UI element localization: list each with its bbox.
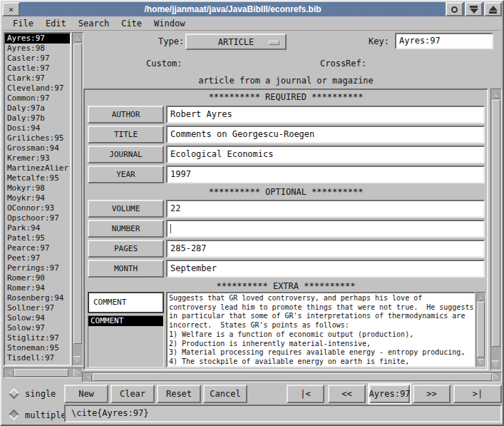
reset-button[interactable]: Reset bbox=[157, 385, 201, 403]
scrollbar-thumb[interactable] bbox=[492, 100, 500, 347]
list-item[interactable]: Tisdell:97 bbox=[5, 353, 70, 363]
first-entry-button[interactable]: |< bbox=[287, 385, 324, 403]
author-input[interactable]: Robert Ayres bbox=[166, 106, 485, 123]
list-item[interactable]: MartinezAlier:9 bbox=[5, 163, 70, 173]
maximize-button[interactable] bbox=[484, 2, 502, 16]
close-button[interactable]: ✕ bbox=[2, 2, 20, 16]
scroll-left-icon[interactable] bbox=[5, 369, 14, 377]
volume-input[interactable]: 22 bbox=[166, 200, 485, 218]
next-entry-button[interactable]: >> bbox=[413, 385, 451, 403]
year-input[interactable]: 1997 bbox=[166, 166, 485, 183]
list-item[interactable]: Stoneman:95 bbox=[5, 343, 70, 353]
list-item[interactable]: Pearce:97 bbox=[5, 243, 70, 253]
pages-input[interactable]: 285-287 bbox=[166, 240, 485, 258]
list-item[interactable]: OConnor:93 bbox=[5, 203, 70, 213]
scrollbar-thumb[interactable] bbox=[477, 302, 485, 357]
menu-button[interactable] bbox=[446, 2, 463, 16]
current-entry-button[interactable]: Ayres:97 bbox=[369, 385, 410, 403]
extra-field-name-input[interactable]: COMMENT bbox=[88, 292, 164, 313]
list-item[interactable]: Peet:97 bbox=[5, 253, 70, 263]
list-item[interactable]: Stiglitz:97 bbox=[5, 333, 70, 343]
clear-button[interactable]: Clear bbox=[110, 385, 155, 403]
app-window: ✕ /home/jjanmaat/java/JavaBibIII/econref… bbox=[0, 0, 504, 426]
menu-cite[interactable]: Cite bbox=[121, 19, 142, 29]
list-item[interactable]: Perrings:97 bbox=[5, 263, 70, 273]
prev-entry-button[interactable]: << bbox=[328, 385, 366, 403]
list-item[interactable]: Opschoor:97 bbox=[5, 213, 70, 223]
list-item[interactable]: Romer:90 bbox=[5, 273, 70, 283]
list-item[interactable]: Metcalfe:95 bbox=[5, 173, 70, 183]
list-item[interactable]: Griliches:95 bbox=[5, 133, 70, 143]
sidebar-vscrollbar[interactable] bbox=[72, 32, 83, 366]
cite-command-input[interactable]: \cite{Ayres:97} bbox=[64, 405, 502, 422]
scrollbar-thumb[interactable] bbox=[93, 373, 492, 381]
list-item[interactable]: Daly:97a bbox=[5, 103, 70, 113]
month-field-label[interactable]: MONTH bbox=[88, 260, 164, 278]
author-field-label[interactable]: AUTHOR bbox=[88, 106, 164, 123]
scrollbar-thumb[interactable] bbox=[73, 44, 82, 344]
key-input[interactable]: Ayres:97 bbox=[395, 33, 493, 49]
list-item[interactable]: Grossman:94 bbox=[5, 143, 70, 153]
list-item[interactable]: Common:97 bbox=[5, 93, 70, 103]
scroll-up-icon[interactable] bbox=[73, 34, 82, 43]
list-item[interactable]: Solow:94 bbox=[5, 313, 70, 323]
list-item[interactable]: Sollner:97 bbox=[5, 303, 70, 313]
list-item[interactable]: Solow:97 bbox=[5, 323, 70, 333]
type-option-menu[interactable]: ARTICLE bbox=[185, 34, 287, 50]
form-hscrollbar[interactable] bbox=[82, 372, 502, 382]
title-input[interactable]: Comments on Georgescu-Roegen bbox=[166, 126, 485, 143]
menu-search[interactable]: Search bbox=[78, 19, 109, 29]
cancel-button[interactable]: Cancel bbox=[203, 385, 247, 403]
scroll-down-icon[interactable] bbox=[477, 358, 485, 366]
list-item[interactable]: Moykr:94 bbox=[5, 193, 70, 203]
scroll-right-icon[interactable] bbox=[73, 369, 82, 377]
volume-field-label[interactable]: VOLUME bbox=[88, 200, 164, 218]
list-item[interactable]: Daly:97b bbox=[5, 113, 70, 123]
list-item[interactable]: COMMENT bbox=[88, 316, 163, 326]
menu-edit[interactable]: Edit bbox=[46, 19, 66, 29]
list-item[interactable]: Castle:97 bbox=[5, 64, 70, 73]
scroll-up-icon[interactable] bbox=[477, 293, 485, 301]
list-item[interactable]: Mokyr:98 bbox=[5, 183, 70, 193]
entry-form-panel: ********** REQUIRED ********** AUTHOR Ro… bbox=[83, 88, 488, 370]
list-item[interactable]: Casler:97 bbox=[5, 54, 70, 64]
comment-textarea[interactable]: Suggests that GR loved controversy, and … bbox=[166, 292, 475, 367]
scroll-down-icon[interactable] bbox=[73, 355, 82, 365]
close-icon: ✕ bbox=[9, 5, 14, 14]
list-item[interactable]: Dosi:94 bbox=[5, 123, 70, 133]
comment-vscrollbar[interactable] bbox=[475, 292, 486, 367]
sidebar-hscrollbar[interactable] bbox=[4, 367, 83, 378]
month-input[interactable]: September bbox=[166, 260, 485, 278]
scrollbar-thumb[interactable] bbox=[14, 369, 68, 377]
list-item[interactable]: Romer:94 bbox=[5, 283, 70, 293]
new-button[interactable]: New bbox=[64, 385, 108, 403]
menu-window[interactable]: Window bbox=[154, 19, 185, 29]
multiple-radio[interactable] bbox=[9, 410, 20, 421]
menu-file[interactable]: File bbox=[13, 19, 34, 29]
year-field-label[interactable]: YEAR bbox=[88, 166, 164, 183]
list-item[interactable]: Rosenberg:94 bbox=[5, 293, 70, 303]
form-vscrollbar[interactable] bbox=[490, 88, 502, 370]
scroll-up-icon[interactable] bbox=[492, 90, 500, 99]
list-item[interactable]: Cleveland:97 bbox=[5, 83, 70, 93]
list-item[interactable]: Kremer:93 bbox=[5, 153, 70, 163]
list-item[interactable]: Park:94 bbox=[5, 223, 70, 233]
list-item[interactable]: Clark:97 bbox=[5, 73, 70, 83]
scroll-left-icon[interactable] bbox=[83, 373, 93, 381]
scroll-down-icon[interactable] bbox=[492, 360, 500, 369]
list-item[interactable]: Ayres:98 bbox=[5, 44, 70, 54]
iconify-button[interactable] bbox=[465, 2, 483, 16]
title-field-label[interactable]: TITLE bbox=[88, 126, 164, 143]
number-input[interactable] bbox=[166, 220, 485, 238]
journal-field-label[interactable]: JOURNAL bbox=[88, 146, 164, 163]
type-value: ARTICLE bbox=[218, 37, 254, 47]
pages-field-label[interactable]: PAGES bbox=[88, 240, 164, 258]
titlebar[interactable]: ✕ /home/jjanmaat/java/JavaBibIII/econref… bbox=[2, 2, 502, 16]
last-entry-button[interactable]: >| bbox=[453, 385, 502, 403]
journal-input[interactable]: Ecological Economics bbox=[166, 146, 485, 163]
list-item[interactable]: Patel:95 bbox=[5, 233, 70, 243]
scroll-right-icon[interactable] bbox=[491, 373, 500, 381]
single-radio[interactable] bbox=[9, 388, 20, 400]
list-item[interactable]: Ayres:97 bbox=[5, 34, 70, 44]
number-field-label[interactable]: NUMBER bbox=[88, 220, 164, 238]
